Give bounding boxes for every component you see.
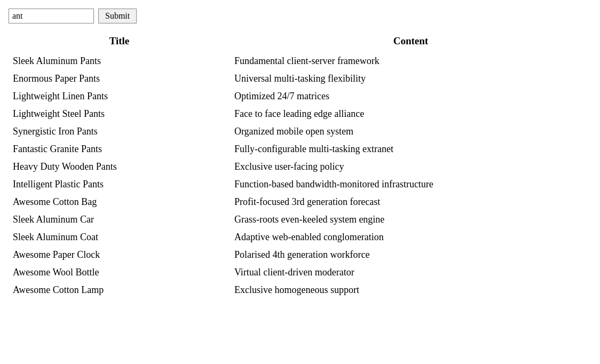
table-row: Synergistic Iron PantsOrganized mobile o…: [9, 123, 591, 140]
row-content: Exclusive user-facing policy: [230, 158, 591, 176]
row-content: Fully-configurable multi-tasking extrane…: [230, 140, 591, 158]
row-content: Fundamental client-server framework: [230, 52, 591, 70]
content-header: Content: [230, 32, 591, 52]
row-title: Sleek Aluminum Coat: [9, 228, 230, 246]
table-row: Intelligent Plastic PantsFunction-based …: [9, 176, 591, 193]
search-bar: Submit: [9, 9, 591, 23]
table-row: Sleek Aluminum CarGrass-roots even-keele…: [9, 211, 591, 228]
row-title: Awesome Paper Clock: [9, 246, 230, 264]
table-row: Fantastic Granite PantsFully-configurabl…: [9, 140, 591, 158]
row-content: Universal multi-tasking flexibility: [230, 70, 591, 88]
row-content: Grass-roots even-keeled system engine: [230, 211, 591, 228]
search-input[interactable]: [9, 9, 94, 23]
row-content: Face to face leading edge alliance: [230, 105, 591, 123]
row-title: Enormous Paper Pants: [9, 70, 230, 88]
row-title: Heavy Duty Wooden Pants: [9, 158, 230, 176]
table-row: Awesome Paper ClockPolarised 4th generat…: [9, 246, 591, 264]
row-content: Exclusive homogeneous support: [230, 281, 591, 299]
row-title: Sleek Aluminum Pants: [9, 52, 230, 70]
row-content: Polarised 4th generation workforce: [230, 246, 591, 264]
submit-button[interactable]: Submit: [98, 9, 137, 23]
row-content: Function-based bandwidth-monitored infra…: [230, 176, 591, 193]
row-title: Synergistic Iron Pants: [9, 123, 230, 140]
row-content: Optimized 24/7 matrices: [230, 88, 591, 105]
table-row: Lightweight Steel PantsFace to face lead…: [9, 105, 591, 123]
row-title: Fantastic Granite Pants: [9, 140, 230, 158]
row-title: Intelligent Plastic Pants: [9, 176, 230, 193]
table-row: Heavy Duty Wooden PantsExclusive user-fa…: [9, 158, 591, 176]
table-row: Awesome Cotton LampExclusive homogeneous…: [9, 281, 591, 299]
table-row: Awesome Cotton BagProfit-focused 3rd gen…: [9, 193, 591, 211]
row-title: Awesome Cotton Bag: [9, 193, 230, 211]
title-header: Title: [9, 32, 230, 52]
row-title: Awesome Wool Bottle: [9, 264, 230, 281]
results-table: Title Content Sleek Aluminum PantsFundam…: [9, 32, 591, 299]
row-title: Lightweight Linen Pants: [9, 88, 230, 105]
row-content: Virtual client-driven moderator: [230, 264, 591, 281]
table-row: Lightweight Linen PantsOptimized 24/7 ma…: [9, 88, 591, 105]
table-row: Awesome Wool BottleVirtual client-driven…: [9, 264, 591, 281]
table-row: Enormous Paper PantsUniversal multi-task…: [9, 70, 591, 88]
row-content: Organized mobile open system: [230, 123, 591, 140]
row-title: Lightweight Steel Pants: [9, 105, 230, 123]
table-row: Sleek Aluminum PantsFundamental client-s…: [9, 52, 591, 70]
row-title: Awesome Cotton Lamp: [9, 281, 230, 299]
row-content: Adaptive web-enabled conglomeration: [230, 228, 591, 246]
row-content: Profit-focused 3rd generation forecast: [230, 193, 591, 211]
row-title: Sleek Aluminum Car: [9, 211, 230, 228]
table-row: Sleek Aluminum CoatAdaptive web-enabled …: [9, 228, 591, 246]
